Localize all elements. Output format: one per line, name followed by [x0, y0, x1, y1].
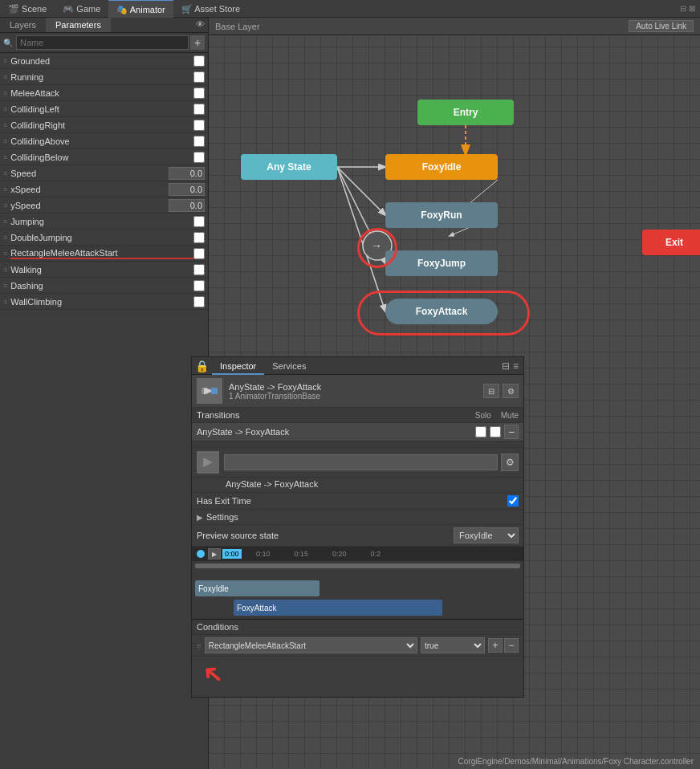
drag-handle: ≡	[3, 185, 7, 193]
timeline-marks: 0:10 0:15 0:20 0:2	[256, 550, 381, 558]
param-name: CollidingRight	[10, 120, 193, 130]
tab-asset-store[interactable]: 🛒 Asset Store	[173, 0, 248, 18]
param-name: CollidingAbove	[10, 136, 193, 146]
mute-checkbox[interactable]	[490, 426, 501, 437]
window-controls: ⊟ ⊠	[680, 4, 700, 13]
param-value-input[interactable]	[169, 199, 205, 212]
param-value-input[interactable]	[169, 167, 205, 180]
state-foxy-run[interactable]: FoxyRun	[385, 202, 498, 228]
drag-handle: ≡	[3, 57, 7, 65]
state-entry[interactable]: Entry	[417, 100, 514, 125]
play-button[interactable]: ▶	[208, 548, 221, 559]
tab-services[interactable]: Services	[264, 357, 314, 375]
tab-game-label: Game	[76, 4, 100, 14]
add-condition-button[interactable]: +	[488, 638, 503, 653]
inspector-tool-btn-2[interactable]: ⚙	[503, 384, 519, 398]
tab-animator[interactable]: 🎭 Animator	[108, 0, 173, 18]
playhead-dot[interactable]	[197, 550, 205, 558]
inspector-title-block: AnyState -> FoxyAttack 1 AnimatorTransit…	[229, 382, 321, 401]
settings-label: Settings	[206, 512, 238, 522]
conditions-header: Conditions	[192, 620, 523, 635]
param-name: Running	[10, 72, 193, 82]
svg-line-3	[337, 167, 385, 263]
timeline-ruler[interactable]: ▶ 0:00 0:10 0:15 0:20 0:2	[192, 547, 523, 561]
breadcrumb: Base Layer	[215, 22, 260, 31]
transition-arrow-label: AnyState -> FoxyAttack	[192, 478, 523, 493]
foxy-idle-label: FoxyIdle	[422, 161, 462, 173]
condition-param-select[interactable]: RectangleMeleeAttackStart	[205, 637, 417, 653]
param-checkbox[interactable]	[193, 264, 205, 275]
bottom-annotation: ➜	[192, 657, 523, 697]
param-checkbox[interactable]	[193, 152, 205, 163]
param-checkbox[interactable]	[193, 104, 205, 115]
playhead-controls	[197, 547, 205, 561]
solo-mute-labels: Solo Mute	[475, 411, 519, 420]
lock-icon[interactable]: 🔒	[192, 360, 212, 372]
inspector-toolbar: ⊟ ≡	[502, 360, 523, 372]
left-panel: Layers Parameters 👁 🔍 + ≡ Grounded ≡ Run…	[0, 18, 209, 769]
drag-handle: ≡	[3, 105, 7, 113]
inspector-subtitle: 1 AnimatorTransitionBase	[229, 392, 321, 401]
param-checkbox[interactable]	[193, 280, 205, 291]
state-foxy-attack[interactable]: FoxyAttack	[385, 299, 498, 324]
tab-inspector[interactable]: Inspector	[212, 357, 264, 375]
drag-handle: ≡	[3, 121, 7, 129]
svg-line-2	[337, 167, 385, 215]
param-checkbox[interactable]	[193, 232, 205, 243]
state-foxy-jump[interactable]: FoxyJump	[385, 250, 498, 276]
inspector-tools: ⊟ ⚙	[483, 384, 519, 398]
has-exit-time-row: Has Exit Time	[192, 493, 523, 510]
tab-game[interactable]: 🎮 Game	[55, 0, 108, 18]
tab-layers[interactable]: Layers	[0, 18, 46, 32]
param-name: DoubleJumping	[10, 233, 193, 242]
svg-line-4	[337, 167, 385, 311]
param-checkbox[interactable]	[193, 296, 205, 307]
param-value-input[interactable]	[169, 183, 205, 196]
inspector-menu-icon[interactable]: ≡	[513, 360, 519, 372]
search-input[interactable]	[16, 35, 189, 50]
param-colliding-right: ≡ CollidingRight	[0, 117, 208, 133]
add-param-button[interactable]: +	[190, 35, 205, 50]
svg-rect-9	[201, 388, 208, 394]
track-foxyattack-label: FoxyAttack	[237, 604, 276, 612]
condition-plus-minus: + −	[488, 638, 519, 653]
inspector-tool-btn-1[interactable]: ⊟	[483, 384, 499, 398]
state-exit[interactable]: Exit	[642, 230, 700, 255]
track-foxyidle: FoxyIdle	[195, 580, 319, 596]
foxy-jump-label: FoxyJump	[417, 258, 466, 269]
track-foxyidle-label: FoxyIdle	[198, 584, 229, 593]
drag-handle: ≡	[3, 234, 7, 242]
param-checkbox[interactable]	[193, 136, 205, 147]
solo-checkbox[interactable]	[475, 426, 486, 437]
has-exit-time-checkbox[interactable]	[507, 495, 519, 507]
tab-scene[interactable]: 🎬 Scene	[0, 0, 55, 18]
transition-detail-input[interactable]	[224, 454, 498, 470]
condition-value-select[interactable]: true false	[421, 637, 485, 653]
preview-source-select[interactable]: FoxyIdle FoxyRun FoxyJump FoxyAttack	[454, 527, 519, 543]
param-checkbox[interactable]	[193, 216, 205, 227]
remove-condition-button[interactable]: −	[504, 638, 519, 653]
animator-header: Base Layer Auto Live Link	[209, 18, 700, 35]
foxy-attack-label: FoxyAttack	[416, 306, 468, 317]
param-checkbox[interactable]	[193, 71, 205, 83]
tab-parameters[interactable]: Parameters	[46, 18, 111, 32]
current-time: 0:00	[222, 549, 242, 559]
transition-row: AnyState -> FoxyAttack −	[192, 423, 523, 441]
inspector-layout-icon[interactable]: ⊟	[502, 360, 510, 372]
param-checkbox[interactable]	[193, 120, 205, 131]
settings-row[interactable]: ▶ Settings	[192, 510, 523, 525]
remove-transition-button[interactable]: −	[504, 425, 519, 439]
eye-icon[interactable]: 👁	[193, 18, 208, 32]
param-running: ≡ Running	[0, 69, 208, 85]
param-checkbox[interactable]	[193, 87, 205, 99]
gear-button[interactable]: ⚙	[501, 454, 519, 471]
param-checkbox[interactable]	[193, 55, 205, 67]
state-foxy-idle[interactable]: FoxyIdle	[385, 154, 498, 180]
auto-live-button[interactable]: Auto Live Link	[629, 20, 694, 32]
drag-handle: ≡	[3, 73, 7, 81]
param-checkbox[interactable]	[193, 248, 205, 259]
state-any-state[interactable]: Any State	[241, 154, 337, 180]
inspector-title-row: AnyState -> FoxyAttack 1 AnimatorTransit…	[192, 375, 523, 408]
preview-source-label: Preview source state	[197, 531, 454, 540]
drag-handle: ≡	[3, 137, 7, 145]
